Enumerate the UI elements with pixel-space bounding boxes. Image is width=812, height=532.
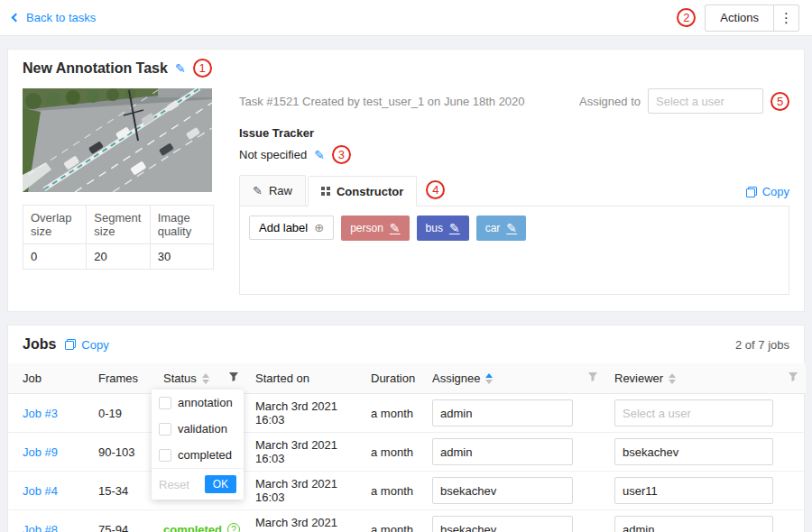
job-link[interactable]: Job #9: [23, 445, 58, 459]
job-started: March 3rd 2021 16:03: [248, 472, 364, 510]
filter-funnel-icon: [587, 371, 598, 382]
filter-option-validation[interactable]: validation: [152, 416, 244, 442]
actions-button[interactable]: Actions ⋮: [705, 5, 799, 32]
job-frames: 15-34: [91, 472, 156, 510]
col-assignee[interactable]: Assignee: [425, 363, 580, 394]
assignee-filter-button[interactable]: [580, 363, 607, 394]
col-reviewer[interactable]: Reviewer: [607, 363, 780, 394]
copy-jobs-label: Copy: [81, 338, 108, 352]
label-chip-bus-name: bus: [426, 222, 443, 234]
add-label-button[interactable]: Add label ⊕: [249, 216, 334, 240]
copy-jobs-link[interactable]: Copy: [65, 338, 108, 352]
labels-constructor-panel: Add label ⊕ person ✎ bus ✎ car: [239, 206, 789, 295]
job-frames: 90-103: [91, 433, 156, 472]
copy-icon: [746, 187, 757, 197]
top-bar: Back to tasks 2 Actions ⋮: [0, 0, 812, 36]
filter-option-label: annotation: [178, 396, 233, 409]
more-options-icon[interactable]: ⋮: [773, 5, 798, 31]
status-sort-carets[interactable]: [202, 373, 209, 384]
job-frames: 75-94: [91, 510, 156, 532]
issue-tracker-value: Not specified: [239, 148, 307, 161]
job-duration: a month: [364, 433, 425, 472]
job-status-completed: completed ?: [163, 523, 240, 532]
col-started: Started on: [248, 363, 364, 394]
callout-1: 1: [193, 59, 212, 78]
tab-constructor[interactable]: Constructor: [308, 176, 417, 206]
assigned-to-label: Assigned to: [579, 95, 641, 108]
issue-tracker-label: Issue Tracker: [239, 126, 789, 140]
job-reviewer-input[interactable]: [614, 516, 773, 532]
task-meta-text: Task #1521 Created by test_user_1 on Jun…: [239, 95, 525, 108]
col-status-label: Status: [163, 371, 197, 385]
job-started: March 3rd 2021 16:03: [248, 510, 364, 532]
param-value-segment: 20: [87, 244, 150, 270]
label-chip-person[interactable]: person ✎: [341, 216, 409, 241]
jobs-card: Jobs Copy 2 of 7 jobs Job Frames Stat: [7, 325, 805, 532]
edit-label-bus-icon[interactable]: ✎: [449, 221, 460, 235]
filter-ok-button[interactable]: OK: [205, 475, 236, 493]
actions-group: 2 Actions ⋮: [677, 5, 799, 32]
edit-issue-tracker-icon[interactable]: ✎: [314, 148, 325, 162]
copy-labels-label: Copy: [762, 185, 789, 198]
task-meta-row: Task #1521 Created by test_user_1 on Jun…: [239, 88, 789, 114]
checkbox-icon[interactable]: [159, 397, 171, 409]
labels-tab-bar: ✎ Raw Constructor 4 Copy: [239, 175, 789, 206]
labels-tabs-area: ✎ Raw Constructor 4 Copy: [239, 175, 789, 295]
job-assignee-input[interactable]: [432, 399, 573, 427]
job-duration: a month: [364, 394, 425, 433]
edit-label-person-icon[interactable]: ✎: [390, 221, 401, 235]
assignee-sort-carets[interactable]: [485, 373, 493, 384]
status-help-icon[interactable]: ?: [227, 523, 240, 532]
job-duration: a month: [364, 472, 425, 510]
job-reviewer-input[interactable]: [614, 438, 773, 465]
reviewer-filter-button[interactable]: [780, 363, 806, 394]
edit-label-car-icon[interactable]: ✎: [506, 221, 517, 235]
jobs-count: 2 of 7 jobs: [735, 338, 789, 352]
filter-option-label: completed: [178, 448, 232, 462]
job-link[interactable]: Job #8: [23, 523, 58, 532]
back-to-tasks-link[interactable]: Back to tasks: [13, 11, 96, 24]
label-chip-bus[interactable]: bus ✎: [417, 216, 469, 241]
cvat-task-page: Back to tasks 2 Actions ⋮ New Annotation…: [0, 0, 812, 532]
filter-option-completed[interactable]: completed: [152, 442, 244, 468]
job-reviewer-input[interactable]: [614, 477, 773, 504]
raw-edit-icon: ✎: [253, 184, 263, 197]
status-filter-dropdown: annotation validation completed Reset OK: [152, 390, 244, 500]
copy-icon: [65, 339, 76, 350]
job-link[interactable]: Job #3: [23, 407, 58, 420]
filter-option-label: validation: [178, 422, 227, 436]
checkbox-icon[interactable]: [159, 449, 171, 462]
edit-task-name-icon[interactable]: ✎: [175, 61, 186, 76]
constructor-icon: [321, 187, 330, 196]
copy-labels-link[interactable]: Copy: [746, 185, 789, 198]
filter-option-annotation[interactable]: annotation: [152, 390, 244, 416]
job-link[interactable]: Job #4: [23, 484, 58, 498]
checkbox-icon[interactable]: [159, 423, 171, 436]
jobs-table-header-row: Job Frames Status: [8, 363, 806, 394]
job-reviewer-input[interactable]: [614, 399, 773, 427]
job-assignee-input[interactable]: [432, 516, 573, 532]
issue-tracker-section: Issue Tracker Not specified ✎ 3: [239, 126, 789, 164]
job-frames: 0-19: [91, 394, 156, 433]
label-chip-car[interactable]: car ✎: [476, 216, 526, 241]
job-started: March 3rd 2021 16:03: [248, 433, 364, 472]
filter-footer: Reset OK: [152, 468, 244, 500]
task-assignee-input[interactable]: [648, 88, 763, 114]
job-row-1: Job #9 90-103 March 3rd 2021 16:03 a mon…: [8, 433, 806, 472]
task-parameters-table: Overlap size Segment size Image quality …: [23, 205, 214, 270]
param-value-quality: 30: [150, 244, 213, 270]
label-chip-car-name: car: [485, 222, 501, 234]
task-thumbnail-image: [23, 88, 212, 192]
job-assignee-input[interactable]: [432, 477, 573, 504]
callout-5: 5: [770, 92, 789, 111]
task-title-row: New Annotation Task ✎ 1: [23, 59, 789, 78]
job-assignee-input[interactable]: [432, 438, 573, 465]
filter-reset-button[interactable]: Reset: [159, 478, 189, 491]
assigned-to-group: Assigned to 5: [579, 88, 789, 114]
job-row-2: Job #4 15-34 March 3rd 2021 16:03 a mont…: [8, 472, 806, 510]
reviewer-sort-carets[interactable]: [669, 373, 676, 384]
task-left-column: Overlap size Segment size Image quality …: [23, 88, 214, 295]
tab-raw[interactable]: ✎ Raw: [239, 175, 306, 206]
job-row-3: Job #8 75-94 completed ? March 3rd 2021 …: [8, 510, 806, 532]
param-header-quality: Image quality: [150, 206, 213, 244]
